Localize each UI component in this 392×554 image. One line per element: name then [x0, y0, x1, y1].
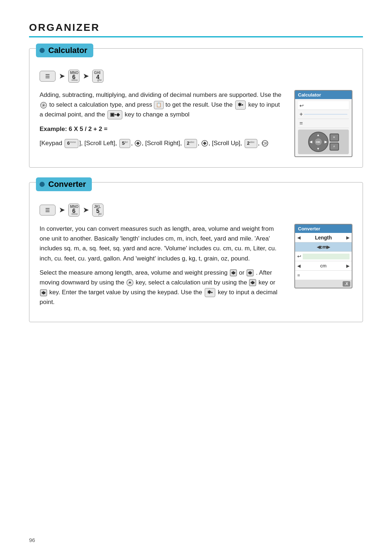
converter-cancel-btn[interactable]: .X — [343, 281, 350, 287]
converter-btn-row: .X — [295, 280, 352, 288]
example-label: Example: 6 X 5 / 2 + 2 = — [40, 124, 283, 134]
converter-ui-title: Converter — [295, 225, 352, 233]
converter-nav-key-5: JKL 5 jkl — [92, 204, 103, 217]
svg-text:ok: ok — [251, 282, 254, 284]
converter-input-row: ↩ — [295, 252, 352, 261]
menu-key — [40, 71, 56, 82]
page-title: ORGANIZER — [29, 22, 363, 37]
converter-text: In converter, you can convert measures s… — [40, 224, 283, 312]
keypad-5: 5jkl — [119, 139, 130, 148]
nav-arrow-2: ➤ — [83, 72, 89, 80]
converter-label: Converter — [48, 180, 86, 189]
converter-cm-bottom: cm — [320, 263, 326, 268]
converter-cm-top: cm — [320, 244, 327, 250]
converter-content: In converter, you can convert measures s… — [40, 224, 352, 312]
converter-nav-path: ➤ MNO 6 mno ➤ JKL 5 jkl — [40, 204, 352, 217]
calculator-header: Calculator — [36, 44, 93, 57]
svg-marker-3 — [136, 142, 139, 145]
calculator-label: Calculator — [48, 46, 87, 55]
calc-nav-button: ▲ ▼ ◀ ▶ OK — [308, 132, 328, 152]
page-number: 96 — [29, 537, 35, 543]
keypad-2b: 2abc — [245, 139, 257, 148]
converter-nav-arrow-1: ➤ — [59, 206, 65, 214]
calculator-ui-body: ↩ + = ▲ ▼ ◀ — [295, 99, 352, 156]
converter-unit-left: ◀ — [317, 245, 320, 250]
calc-row-3: = — [298, 119, 349, 128]
converter-bullet — [40, 182, 45, 187]
symbol-key-chip: ▣•◆ — [107, 110, 122, 119]
converter-desc1: In converter, you can convert measures s… — [40, 224, 283, 263]
converter-section: Converter ➤ MNO 6 mno ➤ JKL 5 jkl In con… — [29, 182, 363, 322]
converter-input-field — [303, 254, 350, 259]
converter-decimal-key: ✱• — [205, 288, 216, 297]
decimal-key-chip: ✱• — [235, 100, 246, 110]
keypad-2a: 2abc — [184, 139, 197, 148]
calc-btn-x: ✕ — [330, 134, 339, 141]
calculator-desc: Adding, subtracting, multiplying, and di… — [40, 90, 283, 120]
nav-arrow-1: ➤ — [59, 72, 65, 80]
svg-text:ok: ok — [232, 272, 235, 274]
calculator-bullet — [40, 48, 45, 53]
calc-keypad: ▲ ▼ ◀ ▶ OK ✕ # — [298, 130, 349, 154]
calc-row-1: ↩ — [298, 101, 349, 110]
example-sequence: [Keypad 6mno], [Scroll Left], 5jkl, , [S… — [40, 138, 283, 148]
calculator-nav-path: ➤ MNO 6 mno ➤ GHI 4 ghi — [40, 70, 352, 83]
calculator-ui-screen: Calculator ↩ + = ▲ — [294, 90, 352, 157]
converter-menu-key — [40, 205, 56, 216]
svg-text:OK: OK — [262, 141, 268, 145]
converter-nav-key-6: MNO 6 mno — [68, 204, 79, 217]
converter-unit-top: ◀ cm ▶ — [295, 242, 352, 252]
converter-desc2: Select the measure among length, area, v… — [40, 268, 283, 307]
converter-unit-bottom-row: ◀ cm ▶ — [295, 261, 352, 271]
converter-length-label: Length — [315, 235, 332, 241]
calc-btn-hash: # — [330, 143, 339, 151]
calculator-ui-title: Calculator — [295, 91, 352, 99]
calculator-text: Adding, subtracting, multiplying, and di… — [40, 90, 283, 152]
converter-ui-screen: Converter ◀ Length ▶ ◀ cm ▶ ↩ ◀ — [294, 224, 352, 288]
calc-arrow-icon: ↩ — [299, 103, 304, 108]
svg-marker-5 — [203, 142, 206, 145]
converter-result-row: = — [295, 271, 352, 280]
converter-right-arrow: ▶ — [346, 235, 350, 240]
keypad-6: 6mno — [65, 139, 78, 148]
nav-key-4ghi: GHI 4 ghi — [92, 70, 103, 83]
nav-key-6mno: MNO 6 mno — [68, 70, 79, 83]
svg-text:ok: ok — [249, 272, 252, 274]
converter-length-row: ◀ Length ▶ — [295, 233, 352, 242]
converter-unit-right: ▶ — [327, 245, 330, 250]
converter-header: Converter — [36, 177, 92, 191]
converter-nav-arrow-2: ➤ — [83, 206, 89, 214]
converter-left-arrow: ◀ — [297, 235, 301, 240]
or-label: or — [239, 269, 244, 276]
converter-ui-body: ◀ Length ▶ ◀ cm ▶ ↩ ◀ cm ▶ — [295, 233, 352, 288]
calc-row-2: + — [298, 110, 349, 119]
calculator-content: Adding, subtracting, multiplying, and di… — [40, 90, 352, 157]
svg-text:ok: ok — [42, 291, 45, 294]
calculator-section: Calculator ➤ MNO 6 mno ➤ GHI 4 ghi Addin… — [29, 48, 363, 168]
